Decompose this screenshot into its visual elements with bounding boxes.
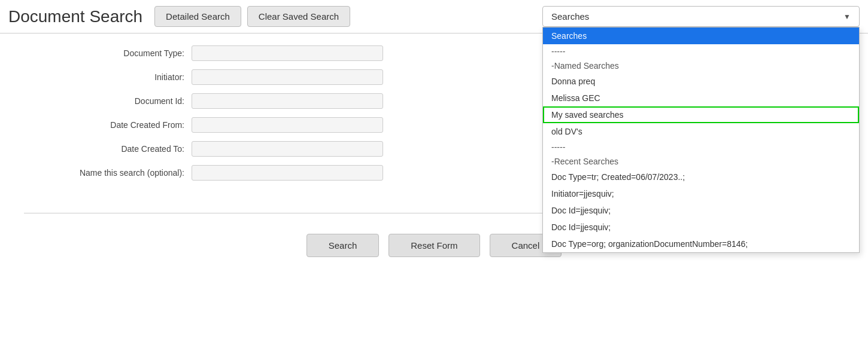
- form-input-date-created-to[interactable]: [192, 141, 383, 157]
- searches-dropdown-label: Searches: [551, 11, 589, 22]
- form-label-document-id: Document Id:: [24, 96, 192, 106]
- page-title: Document Search: [8, 7, 142, 26]
- form-label-document-type: Document Type:: [24, 48, 192, 58]
- form-label-date-created-from: Date Created From:: [24, 120, 192, 130]
- dropdown-item-named-searches-header: -Named Searches: [543, 59, 859, 73]
- dropdown-item-recent-searches-header: -Recent Searches: [543, 154, 859, 169]
- dropdown-item-melissa-gec[interactable]: Melissa GEC: [543, 90, 859, 106]
- form-input-initiator[interactable]: [192, 69, 383, 85]
- form-label-initiator: Initiator:: [24, 72, 192, 82]
- search-button[interactable]: Search: [306, 234, 380, 257]
- dropdown-item-sep2: -----: [543, 140, 859, 154]
- form-input-document-type[interactable]: [192, 45, 383, 61]
- reset-form-button[interactable]: Reset Form: [389, 234, 479, 257]
- searches-dropdown-wrapper: Searches ▼ Searches------Named SearchesD…: [542, 6, 860, 27]
- dropdown-item-recent-3[interactable]: Doc Id=jjesquiv;: [543, 202, 859, 219]
- dropdown-item-recent-1[interactable]: Doc Type=tr; Created=06/07/2023..;: [543, 169, 859, 185]
- clear-saved-search-button[interactable]: Clear Saved Search: [247, 6, 350, 27]
- header-bar: Document Search Detailed Search Clear Sa…: [0, 0, 868, 33]
- searches-dropdown-button[interactable]: Searches ▼: [542, 6, 860, 27]
- form-label-date-created-to: Date Created To:: [24, 144, 192, 154]
- dropdown-item-sep1: -----: [543, 44, 859, 59]
- dropdown-item-my-saved-searches[interactable]: My saved searches: [543, 106, 859, 123]
- dropdown-item-recent-2[interactable]: Initiator=jjesquiv;: [543, 185, 859, 202]
- chevron-down-icon: ▼: [843, 13, 851, 21]
- dropdown-item-old-dvs[interactable]: old DV's: [543, 123, 859, 140]
- dropdown-item-recent-4[interactable]: Doc Id=jjesquiv;: [543, 219, 859, 236]
- dropdown-item-donna-preq[interactable]: Donna preq: [543, 73, 859, 90]
- dropdown-item-recent-5[interactable]: Doc Type=org; organizationDocumentNumber…: [543, 236, 859, 252]
- dropdown-item-searches[interactable]: Searches: [543, 28, 859, 44]
- detailed-search-button[interactable]: Detailed Search: [154, 6, 241, 27]
- form-input-document-id[interactable]: [192, 93, 383, 109]
- form-label-name-search: Name this search (optional):: [24, 168, 192, 178]
- dropdown-list: Searches------Named SearchesDonna preqMe…: [542, 27, 860, 253]
- form-input-name-search[interactable]: [192, 165, 383, 181]
- form-input-date-created-from[interactable]: [192, 117, 383, 133]
